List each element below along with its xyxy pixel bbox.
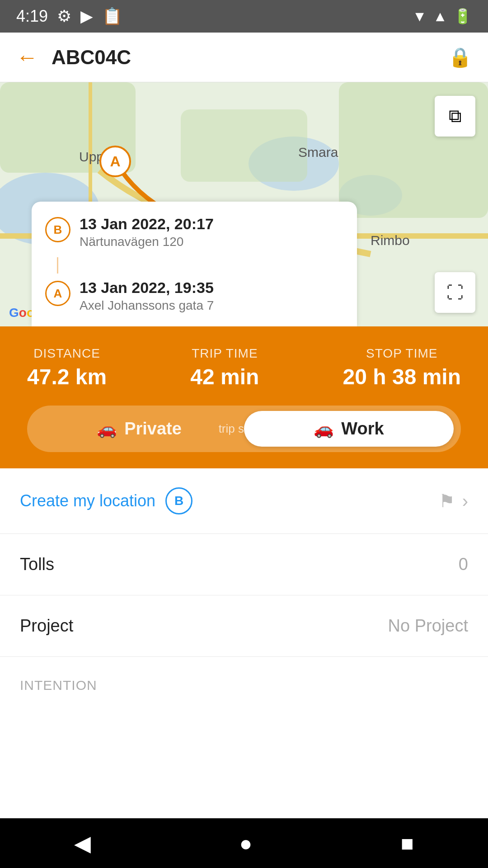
point-b-icon: B xyxy=(45,217,70,242)
project-label: Project xyxy=(20,616,73,636)
stop-time-value: 20 h 38 min xyxy=(343,364,461,389)
status-bar-left: 4:19 ⚙ ▶ 📋 xyxy=(16,7,122,26)
stat-stop-time: STOP TIME 20 h 38 min xyxy=(343,346,461,389)
work-label: Work xyxy=(341,419,384,439)
nav-back-button[interactable]: ◀ xyxy=(74,830,91,856)
bottom-nav: ◀ ● ■ xyxy=(0,818,488,868)
private-label: Private xyxy=(124,419,182,439)
private-option[interactable]: 🚗 Private xyxy=(34,411,244,447)
tolls-row: Tolls 0 xyxy=(0,534,488,595)
signal-icon: ▲ xyxy=(433,8,447,25)
map-layers-button[interactable]: ⧉ xyxy=(435,96,475,137)
intention-header: INTENTION xyxy=(20,678,97,693)
tolls-label: Tolls xyxy=(20,555,54,574)
stat-distance: DISTANCE 47.2 km xyxy=(27,346,107,389)
location-b-badge: B xyxy=(165,487,192,514)
distance-value: 47.2 km xyxy=(27,364,107,389)
page-title: ABC04C xyxy=(52,46,448,69)
intention-row: INTENTION xyxy=(0,657,488,714)
status-time: 4:19 xyxy=(16,7,48,26)
flag-icon[interactable]: ⚑ xyxy=(439,491,455,511)
status-bar-right: ▼ ▲ 🔋 xyxy=(413,8,472,25)
clipboard-icon: 📋 xyxy=(102,7,122,26)
expand-icon: ⛶ xyxy=(446,283,464,302)
header: ← ABC04C 🔒 xyxy=(0,33,488,82)
work-option[interactable]: 🚗 Work xyxy=(244,411,454,447)
trip-point-b: B 13 Jan 2022, 20:17 Närtunavägen 120 xyxy=(45,215,341,249)
stop-time-label: STOP TIME xyxy=(343,346,461,361)
play-icon: ▶ xyxy=(80,7,93,26)
map-container: 77 E4 Upp Knivsta Smara Rimbo A B ⧉ ⛶ Go… xyxy=(0,82,488,326)
trip-time-value: 42 min xyxy=(190,364,259,389)
trip-info-card: B 13 Jan 2022, 20:17 Närtunavägen 120 A … xyxy=(32,202,357,326)
stat-trip-time: TRIP TIME 42 min xyxy=(190,346,259,389)
back-button[interactable]: ← xyxy=(16,45,38,70)
layers-icon: ⧉ xyxy=(449,106,462,127)
detail-section: Create my location B ⚑ › Tolls 0 Project… xyxy=(0,468,488,714)
point-b-time: 13 Jan 2022, 20:17 xyxy=(80,215,341,233)
gear-icon: ⚙ xyxy=(57,7,71,26)
map-expand-button[interactable]: ⛶ xyxy=(435,272,475,313)
trip-status-toggle[interactable]: 🚗 Private trip status 🚗 Work xyxy=(27,406,461,452)
point-b-address: Närtunavägen 120 xyxy=(80,235,341,249)
lock-icon[interactable]: 🔒 xyxy=(448,46,472,68)
create-location-row[interactable]: Create my location B ⚑ › xyxy=(0,468,488,534)
map-marker-a: A xyxy=(99,146,131,177)
chevron-right-icon[interactable]: › xyxy=(462,491,468,511)
status-bar: 4:19 ⚙ ▶ 📋 ▼ ▲ 🔋 xyxy=(0,0,488,33)
tolls-value: 0 xyxy=(459,555,468,574)
trip-connector xyxy=(57,257,58,274)
work-car-icon: 🚗 xyxy=(314,420,334,439)
project-row[interactable]: Project No Project xyxy=(0,595,488,657)
svg-text:Smara: Smara xyxy=(298,145,338,160)
trip-point-a: A 13 Jan 2022, 19:35 Axel Johanssons gat… xyxy=(45,279,341,313)
stats-row: DISTANCE 47.2 km TRIP TIME 42 min STOP T… xyxy=(27,346,461,389)
point-a-address: Axel Johanssons gata 7 xyxy=(80,298,341,313)
nav-home-button[interactable]: ● xyxy=(239,831,252,856)
create-location-actions: ⚑ › xyxy=(439,491,468,511)
trip-time-label: TRIP TIME xyxy=(190,346,259,361)
distance-label: DISTANCE xyxy=(27,346,107,361)
create-location-text[interactable]: Create my location xyxy=(20,491,155,510)
create-location-left: Create my location B xyxy=(20,487,192,514)
wifi-icon: ▼ xyxy=(413,8,427,25)
svg-rect-6 xyxy=(181,109,307,182)
private-car-icon: 🚗 xyxy=(97,420,117,439)
svg-text:Rimbo: Rimbo xyxy=(371,233,410,248)
stats-section: DISTANCE 47.2 km TRIP TIME 42 min STOP T… xyxy=(0,326,488,468)
point-a-time: 13 Jan 2022, 19:35 xyxy=(80,279,341,297)
battery-icon: 🔋 xyxy=(454,8,472,25)
nav-recent-button[interactable]: ■ xyxy=(401,831,414,856)
project-value: No Project xyxy=(388,616,468,636)
point-a-icon: A xyxy=(45,281,70,306)
